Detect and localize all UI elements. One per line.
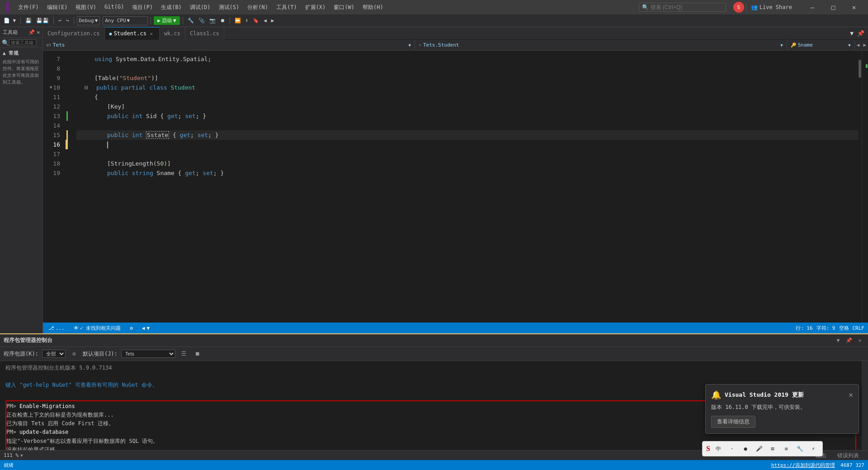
change-bar-16[interactable] [66,140,68,149]
live-share-label: Live Share [760,4,792,10]
toolbox-pin-icon[interactable]: 📌 [28,29,35,35]
save-all-btn[interactable]: 💾💾 [34,17,51,24]
pm-project-dropdown[interactable]: Tets [121,350,175,358]
pm-settings-btn[interactable]: ⚙ [69,349,79,359]
code-nav-member-dropdown[interactable]: ⚡ Tets.Student ▼ [415,40,787,50]
collapse-icon-10[interactable]: ⊟ [84,83,89,92]
panel-close-btn[interactable]: ✕ [855,336,864,345]
nav-prev-btn[interactable]: ◀ [855,42,862,48]
ime-settings-btn[interactable]: 🔧 [794,443,805,454]
panel-pin-btn[interactable]: 📌 [844,336,854,345]
nav-next-btn[interactable]: ▶ [861,42,868,48]
change-bar-15 [66,130,68,140]
code-nav-class-dropdown[interactable]: 🏷 Tets ▼ [43,40,415,50]
run-button[interactable]: ▶ 启动 ▼ [154,16,179,25]
status-col[interactable]: 字符: 9 [816,325,835,332]
pm-source-dropdown[interactable]: 全部 [42,350,66,358]
ime-keyboard-btn[interactable]: ⊞ [767,443,778,454]
menu-help[interactable]: 帮助(H) [359,3,387,12]
ime-chinese-mode-btn[interactable]: 中 [713,443,724,454]
tab-student-label: Student.cs [114,30,146,37]
code-editor[interactable]: 7 8 9 ▼10 11 12 13 14 15 16 17 18 19 [43,51,868,323]
menu-git[interactable]: Git(G) [101,3,127,12]
menu-file[interactable]: 文件(F) [14,3,42,12]
toolbox-section-title[interactable]: ▲ 常规 [3,50,40,57]
debug-config-label: Debug [79,18,94,24]
title-search-input[interactable] [651,4,723,10]
pm-clear-btn[interactable]: ☰ [179,349,189,359]
code-content-area[interactable]: using System.Data.Entity.Spatial; [Table… [69,51,858,323]
attach-btn[interactable]: 📎 [197,17,207,24]
bookmarks-btn[interactable]: 🔖 [251,17,261,24]
tab-configuration[interactable]: Configuration.cs [43,27,105,40]
status-view-btn[interactable]: 👁 ✓ 未找到相关问题 [72,325,123,332]
menu-project[interactable]: 项目(P) [128,3,156,12]
menu-window[interactable]: 窗口(W) [330,3,358,12]
notification-body-text: 版本 16.11.0 下载完毕，可供安装。 [711,403,853,411]
status-encoding[interactable]: CRLF [853,325,865,331]
redo-btn[interactable]: ↪ [64,17,71,24]
step-into-btn[interactable]: ⬇ [244,17,250,24]
new-project-btn[interactable]: 📄 ▼ [2,17,18,24]
status-spaces[interactable]: 空格 [839,325,849,332]
record-btn[interactable]: ⏺ [218,17,227,24]
tab-student-close[interactable]: ✕ [148,30,155,37]
menu-build[interactable]: 生成(B) [157,3,185,12]
status-git-btn[interactable]: ⎇ ... [47,325,66,331]
change-gutter [66,51,69,323]
debug-config-dropdown[interactable]: Debug ▼ [77,16,100,25]
title-search-box[interactable]: 🔍 [639,3,726,12]
undo-btn[interactable]: ↩ [57,17,63,24]
ime-fullwidth-btn[interactable]: ● [740,443,751,454]
toolbox-search[interactable]: 🔍 [0,38,42,48]
notification-details-btn[interactable]: 查看详细信息 [711,416,755,428]
zoom-dropdown-icon[interactable]: ▼ [20,453,23,458]
minimize-button[interactable]: — [802,0,823,14]
live-share-button[interactable]: 👥 Live Share [746,3,797,11]
code-nav-member2-dropdown[interactable]: 🔑 Sname ▼ [787,40,855,50]
tab-error-list[interactable]: 错误列表 [835,451,861,461]
tab-wk[interactable]: wk.cs [160,27,185,40]
ime-voice-btn[interactable]: 🎤 [754,443,764,454]
line-num-15: 15 [43,130,60,140]
toolbox-close-icon[interactable]: ✕ [37,29,40,35]
menu-analyze[interactable]: 分析(N) [244,3,272,12]
status-source-control[interactable]: https://添加到源代码管理 [771,462,835,469]
code-line-15: public int Sstate { get; set; } [76,130,858,140]
pm-stop-btn[interactable]: ⏹ [193,349,203,359]
menu-debug[interactable]: 调试(D) [186,3,214,12]
editor-scroll-thumb[interactable] [859,60,861,78]
step-over-btn[interactable]: ⏩ [233,17,243,24]
maximize-button[interactable]: □ [823,0,844,14]
platform-dropdown[interactable]: Any CPU ▼ [103,16,148,25]
editor-scrollbar[interactable] [858,51,862,323]
save-btn[interactable]: 💾 [24,17,33,24]
toolbox-search-input[interactable] [9,39,36,46]
collapse-arrow-10[interactable]: ▼ [50,83,52,92]
tab-student[interactable]: ● Student.cs ✕ [105,27,160,40]
status-row[interactable]: 行: 16 [796,325,813,332]
close-button[interactable]: ✕ [844,0,864,14]
status-settings-btn[interactable]: ⚙ [128,325,135,331]
bookmark-prev-btn[interactable]: ◀ [262,17,269,24]
notification-close-btn[interactable]: ✕ [849,390,853,399]
menu-tools[interactable]: 工具(T) [273,3,301,12]
zoom-level[interactable]: 111 % [4,452,19,458]
bookmark-next-btn[interactable]: ▶ [269,17,276,24]
ime-punct-btn[interactable]: · [726,443,737,454]
screenshot-btn[interactable]: 📷 [208,17,217,24]
toolbox-btn[interactable]: 🔧 [186,17,196,24]
panel-title: 程序包管理器控制台 [4,337,52,344]
menu-view[interactable]: 视图(V) [72,3,100,12]
ime-menu-btn[interactable]: ≡ [781,443,792,454]
menu-extensions[interactable]: 扩展(X) [302,3,330,12]
tabs-overflow-btn[interactable]: ▼ 📌 [846,30,868,37]
git-icon: ⎇ [48,325,54,331]
user-avatar[interactable]: S [733,2,744,13]
menu-edit[interactable]: 编辑(E) [43,3,71,12]
menu-test[interactable]: 测试(S) [215,3,243,12]
tab-class1[interactable]: Class1.cs [185,27,224,40]
ime-power-btn[interactable]: ⚡ [808,443,819,454]
console-scrollbar[interactable] [862,361,868,450]
panel-collapse-btn[interactable]: ▼ [834,336,843,345]
